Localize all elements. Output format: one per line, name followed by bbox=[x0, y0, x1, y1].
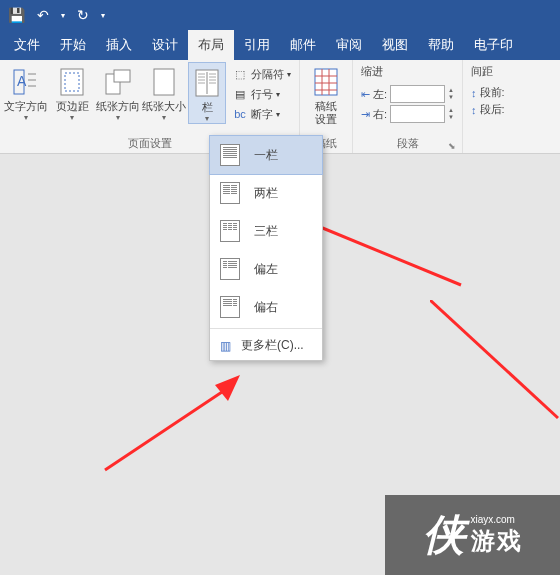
orientation-icon bbox=[102, 66, 134, 98]
tab-layout[interactable]: 布局 bbox=[188, 30, 234, 60]
svg-line-12 bbox=[105, 390, 225, 470]
manuscript-icon bbox=[310, 66, 342, 98]
columns-left[interactable]: 偏左 bbox=[210, 250, 322, 288]
line-numbers-label: 行号 bbox=[251, 87, 273, 102]
columns-two[interactable]: 两栏 bbox=[210, 174, 322, 212]
qat-customize-icon[interactable]: ▾ bbox=[101, 11, 105, 20]
indent-title: 缩进 bbox=[357, 62, 458, 81]
annotation-arrow-bottom bbox=[100, 375, 240, 475]
group-indent: 缩进 ⇤ 左: ▲▼ ⇥ 右: ▲▼ 段落⬊ bbox=[353, 60, 463, 153]
manuscript-label: 稿纸 设置 bbox=[315, 100, 337, 126]
indent-right-spinner[interactable]: ▲▼ bbox=[448, 107, 454, 121]
tab-file[interactable]: 文件 bbox=[4, 30, 50, 60]
menu-separator bbox=[210, 328, 322, 329]
columns-more-icon: ▥ bbox=[220, 339, 231, 353]
watermark: 侠 xiayx.com 游戏 bbox=[385, 495, 560, 575]
breaks-label: 分隔符 bbox=[251, 67, 284, 82]
columns-right-label: 偏右 bbox=[254, 299, 278, 316]
tab-help[interactable]: 帮助 bbox=[418, 30, 464, 60]
svg-line-14 bbox=[430, 300, 558, 418]
svg-rect-6 bbox=[154, 69, 174, 95]
indent-left-icon: ⇤ bbox=[361, 88, 370, 101]
tab-home[interactable]: 开始 bbox=[50, 30, 96, 60]
chevron-down-icon: ▾ bbox=[205, 114, 209, 123]
svg-marker-13 bbox=[215, 375, 240, 401]
columns-button[interactable]: 栏 ▾ bbox=[188, 62, 226, 124]
size-label: 纸张大小 bbox=[142, 100, 186, 113]
margins-icon bbox=[56, 66, 88, 98]
columns-label: 栏 bbox=[202, 101, 213, 114]
save-icon[interactable]: 💾 bbox=[8, 7, 25, 23]
watermark-text: 游戏 bbox=[471, 525, 523, 557]
tab-addins[interactable]: 电子印 bbox=[464, 30, 523, 60]
size-icon bbox=[148, 66, 180, 98]
columns-three[interactable]: 三栏 bbox=[210, 212, 322, 250]
group-label-paragraph: 段落⬊ bbox=[357, 134, 458, 153]
orientation-label: 纸张方向 bbox=[96, 100, 140, 113]
spacing-after-icon: ↕ bbox=[471, 104, 477, 116]
svg-rect-9 bbox=[315, 69, 337, 95]
line-numbers-button[interactable]: ▤行号▾ bbox=[228, 84, 295, 104]
hyphenation-button[interactable]: bc断字▾ bbox=[228, 104, 295, 124]
columns-one-label: 一栏 bbox=[254, 147, 278, 164]
breaks-button[interactable]: ⬚分隔符▾ bbox=[228, 64, 295, 84]
ribbon-tabs: 文件 开始 插入 设计 布局 引用 邮件 审阅 视图 帮助 电子印 bbox=[0, 30, 560, 60]
columns-more-label: 更多栏(C)... bbox=[241, 337, 304, 354]
columns-dropdown: 一栏 两栏 三栏 偏左 偏右 ▥ 更多栏(C)... bbox=[209, 135, 323, 361]
svg-rect-2 bbox=[61, 69, 83, 95]
svg-text:A: A bbox=[17, 73, 27, 89]
margins-button[interactable]: 页边距 ▾ bbox=[50, 62, 94, 122]
tab-view[interactable]: 视图 bbox=[372, 30, 418, 60]
indent-left-spinner[interactable]: ▲▼ bbox=[448, 87, 454, 101]
undo-icon[interactable]: ↶ bbox=[37, 7, 49, 23]
tab-insert[interactable]: 插入 bbox=[96, 30, 142, 60]
columns-right[interactable]: 偏右 bbox=[210, 288, 322, 326]
columns-icon bbox=[191, 67, 223, 99]
indent-right-label: 右: bbox=[373, 107, 387, 122]
indent-right-icon: ⇥ bbox=[361, 108, 370, 121]
annotation-line-right bbox=[430, 300, 560, 420]
tab-design[interactable]: 设计 bbox=[142, 30, 188, 60]
watermark-url: xiayx.com bbox=[471, 514, 523, 525]
tab-review[interactable]: 审阅 bbox=[326, 30, 372, 60]
chevron-down-icon: ▾ bbox=[116, 113, 120, 122]
columns-two-label: 两栏 bbox=[254, 185, 278, 202]
chevron-down-icon: ▾ bbox=[70, 113, 74, 122]
redo-icon[interactable]: ↻ bbox=[77, 7, 89, 23]
columns-left-label: 偏左 bbox=[254, 261, 278, 278]
chevron-down-icon: ▾ bbox=[162, 113, 166, 122]
tab-references[interactable]: 引用 bbox=[234, 30, 280, 60]
svg-rect-5 bbox=[114, 70, 130, 82]
quick-access-toolbar: 💾 ↶ ▾ ↻ ▾ bbox=[0, 0, 560, 30]
hyphenation-label: 断字 bbox=[251, 107, 273, 122]
columns-three-icon bbox=[220, 220, 240, 242]
manuscript-button[interactable]: 稿纸 设置 bbox=[304, 62, 348, 126]
chevron-down-icon: ▾ bbox=[24, 113, 28, 122]
hyphenation-icon: bc bbox=[232, 106, 248, 122]
spacing-before-label: 段前: bbox=[480, 85, 505, 100]
text-direction-button[interactable]: A 文字方向 ▾ bbox=[4, 62, 48, 122]
line-numbers-icon: ▤ bbox=[232, 86, 248, 102]
watermark-logo-icon: 侠 bbox=[423, 507, 465, 563]
breaks-icon: ⬚ bbox=[232, 66, 248, 82]
text-direction-icon: A bbox=[10, 66, 42, 98]
columns-right-icon bbox=[220, 296, 240, 318]
indent-left-input[interactable] bbox=[390, 85, 445, 103]
columns-one-icon bbox=[220, 144, 240, 166]
columns-three-label: 三栏 bbox=[254, 223, 278, 240]
indent-left-label: 左: bbox=[373, 87, 387, 102]
margins-label: 页边距 bbox=[56, 100, 89, 113]
columns-one[interactable]: 一栏 bbox=[209, 135, 323, 175]
group-spacing: 间距 ↕段前: ↕段后: bbox=[463, 60, 513, 153]
spacing-before-icon: ↕ bbox=[471, 87, 477, 99]
spacing-after-label: 段后: bbox=[480, 102, 505, 117]
columns-more[interactable]: ▥ 更多栏(C)... bbox=[210, 331, 322, 360]
undo-dropdown-icon[interactable]: ▾ bbox=[61, 11, 65, 20]
size-button[interactable]: 纸张大小 ▾ bbox=[142, 62, 186, 122]
dialog-launcher-icon[interactable]: ⬊ bbox=[448, 141, 456, 151]
columns-two-icon bbox=[220, 182, 240, 204]
tab-mailings[interactable]: 邮件 bbox=[280, 30, 326, 60]
indent-right-input[interactable] bbox=[390, 105, 445, 123]
orientation-button[interactable]: 纸张方向 ▾ bbox=[96, 62, 140, 122]
text-direction-label: 文字方向 bbox=[4, 100, 48, 113]
